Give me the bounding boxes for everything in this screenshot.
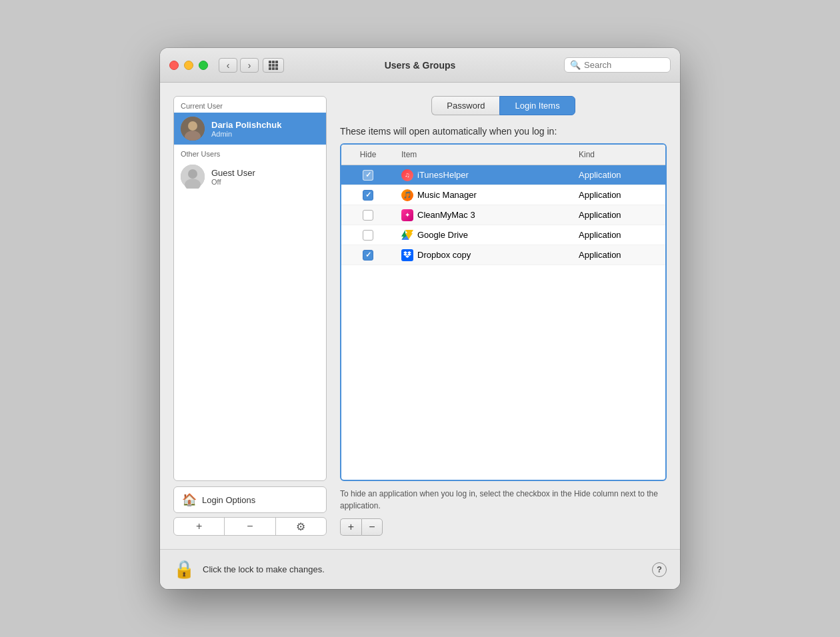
hide-cell: ✓	[341, 167, 395, 184]
svg-marker-15	[407, 253, 411, 256]
forward-button[interactable]: ›	[240, 58, 259, 73]
current-user-role: Admin	[211, 130, 281, 138]
sidebar-controls: + − ⚙	[173, 517, 327, 536]
gear-icon: ⚙	[296, 520, 305, 533]
app-name-itunes: iTunesHelper	[417, 170, 469, 180]
back-button[interactable]: ‹	[219, 58, 237, 73]
guest-user-item[interactable]: Guest User Off	[174, 161, 326, 193]
cleanmymac-app-icon: ✦	[401, 209, 413, 221]
main-content: Password Login Items These items will op…	[340, 96, 667, 536]
close-button[interactable]	[169, 61, 179, 70]
tab-password[interactable]: Password	[431, 96, 499, 115]
table-row[interactable]: ✦ CleanMyMac 3 Application	[341, 205, 665, 225]
add-item-button[interactable]: +	[340, 518, 361, 536]
maximize-button[interactable]	[199, 61, 208, 70]
hide-cell: ✓	[341, 187, 395, 204]
app-name-dropbox: Dropbox copy	[417, 250, 471, 260]
login-items-area: Hide Item Kind ✓ ♫ iTunesHelp	[340, 143, 667, 536]
hint-text: To hide an application when you log in, …	[340, 488, 667, 512]
hide-checkbox-dropbox[interactable]: ✓	[363, 250, 373, 261]
other-users-label: Other Users	[174, 145, 326, 161]
remove-item-icon: −	[369, 521, 375, 533]
hide-cell	[341, 207, 395, 224]
kind-cell: Application	[572, 187, 665, 203]
lock-icon[interactable]: 🔒	[173, 559, 195, 580]
tab-login-items[interactable]: Login Items	[499, 96, 575, 115]
checkmark-icon: ✓	[365, 251, 371, 259]
window-title: Users & Groups	[385, 60, 456, 71]
search-icon: 🔍	[570, 60, 581, 70]
svg-point-4	[188, 169, 197, 179]
itunes-app-icon: ♫	[401, 169, 413, 181]
guest-user-info: Guest User Off	[211, 168, 255, 186]
guest-avatar-svg	[181, 165, 205, 189]
app-name-cleanmymac: CleanMyMac 3	[417, 210, 475, 220]
traffic-lights	[169, 61, 208, 70]
empty-table-area	[341, 265, 665, 385]
house-icon: 🏠	[182, 492, 197, 507]
add-user-button[interactable]: +	[174, 518, 225, 535]
hide-cell: ✓	[341, 247, 395, 264]
remove-icon: −	[247, 520, 253, 532]
current-user-item[interactable]: Daria Polishchuk Admin	[174, 113, 326, 145]
current-user-label: Current User	[174, 97, 326, 113]
table-action-buttons: + −	[340, 518, 667, 536]
kind-cell: Application	[572, 167, 665, 183]
item-cell: ✦ CleanMyMac 3	[395, 206, 572, 225]
titlebar: ‹ › Users & Groups 🔍	[160, 48, 680, 83]
add-icon: +	[196, 520, 202, 532]
search-input[interactable]	[584, 60, 665, 70]
tab-password-label: Password	[447, 101, 485, 111]
gdrive-app-icon	[401, 229, 413, 241]
help-icon: ?	[657, 564, 662, 574]
table-header: Hide Item Kind	[341, 145, 665, 165]
item-column-header: Item	[395, 149, 572, 161]
description-text: These items will open automatically when…	[340, 126, 667, 137]
main-window: ‹ › Users & Groups 🔍 Current User	[160, 48, 680, 589]
hide-checkbox-cleanmymac[interactable]	[363, 210, 373, 221]
sidebar: Current User Daria Polishchuk	[173, 96, 327, 536]
minimize-button[interactable]	[184, 61, 193, 70]
kind-column-header: Kind	[572, 149, 665, 161]
table-row[interactable]: Google Drive Application	[341, 225, 665, 245]
hide-cell	[341, 227, 395, 244]
remove-item-button[interactable]: −	[361, 518, 383, 536]
window-body: Current User Daria Polishchuk	[160, 83, 680, 549]
help-button[interactable]: ?	[652, 562, 667, 577]
kind-cell: Application	[572, 247, 665, 263]
item-cell: ♫ iTunesHelper	[395, 166, 572, 185]
hide-column-header: Hide	[341, 149, 395, 161]
tab-bar: Password Login Items	[340, 96, 667, 115]
hide-checkbox-gdrive[interactable]	[363, 230, 373, 241]
remove-user-button[interactable]: −	[225, 518, 275, 535]
current-user-info: Daria Polishchuk Admin	[211, 120, 281, 138]
gear-button[interactable]: ⚙	[276, 518, 326, 535]
grid-view-button[interactable]	[263, 58, 284, 73]
item-cell: Google Drive	[395, 226, 572, 245]
music-app-icon: 🎵	[401, 189, 413, 201]
current-user-name: Daria Polishchuk	[211, 120, 281, 130]
avatar-image	[181, 117, 205, 141]
sidebar-bottom: 🏠 Login Options + − ⚙	[173, 486, 327, 536]
checkmark-icon: ✓	[365, 191, 371, 199]
avatar-svg	[181, 117, 205, 141]
search-box[interactable]: 🔍	[564, 57, 671, 73]
guest-user-status: Off	[211, 178, 255, 186]
tab-login-items-label: Login Items	[515, 101, 559, 111]
table-row[interactable]: ✓	[341, 245, 665, 265]
svg-point-1	[188, 121, 197, 131]
login-options-button[interactable]: 🏠 Login Options	[173, 486, 327, 513]
grid-icon	[269, 61, 278, 70]
table-row[interactable]: ✓ 🎵 Music Manager Application	[341, 185, 665, 205]
svg-marker-14	[403, 253, 407, 256]
add-item-icon: +	[348, 521, 354, 533]
app-name-music: Music Manager	[417, 190, 477, 200]
hide-checkbox-itunes[interactable]: ✓	[363, 170, 373, 181]
dropbox-app-icon	[401, 249, 413, 261]
user-avatar	[181, 117, 205, 141]
back-icon: ‹	[227, 60, 230, 71]
lock-hint-text: Click the lock to make changes.	[203, 564, 325, 574]
table-row[interactable]: ✓ ♫ iTunesHelper Application	[341, 165, 665, 185]
hide-checkbox-music[interactable]: ✓	[363, 190, 373, 201]
checkmark-icon: ✓	[365, 171, 371, 179]
